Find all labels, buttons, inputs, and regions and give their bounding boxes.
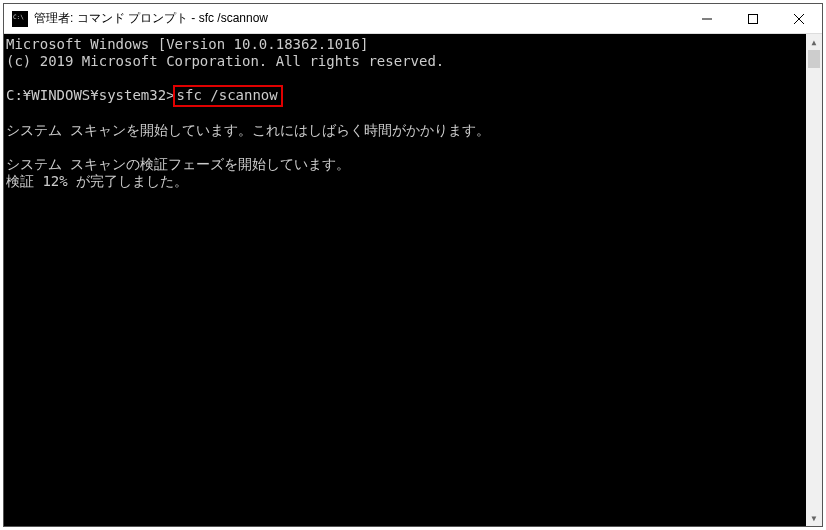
minimize-button[interactable] — [684, 4, 730, 33]
scroll-down-arrow[interactable]: ▼ — [806, 510, 822, 526]
scrollbar-thumb[interactable] — [808, 50, 820, 68]
vertical-scrollbar[interactable]: ▲ ▼ — [806, 34, 822, 526]
terminal-output[interactable]: Microsoft Windows [Version 10.0.18362.10… — [4, 34, 806, 526]
scroll-up-arrow[interactable]: ▲ — [806, 34, 822, 50]
prompt-text: C:¥WINDOWS¥system32> — [6, 87, 175, 103]
command-highlight: sfc /scannow — [173, 85, 283, 107]
titlebar[interactable]: 管理者: コマンド プロンプト - sfc /scannow — [4, 4, 822, 34]
window-controls — [684, 4, 822, 33]
terminal-area: Microsoft Windows [Version 10.0.18362.10… — [4, 34, 822, 526]
svg-rect-1 — [749, 14, 758, 23]
copyright-line: (c) 2019 Microsoft Corporation. All righ… — [6, 53, 444, 69]
cmd-icon — [12, 11, 28, 27]
close-button[interactable] — [776, 4, 822, 33]
window-title: 管理者: コマンド プロンプト - sfc /scannow — [34, 10, 684, 27]
verify-phase-line: システム スキャンの検証フェーズを開始しています。 — [6, 156, 350, 172]
version-line: Microsoft Windows [Version 10.0.18362.10… — [6, 36, 368, 52]
maximize-button[interactable] — [730, 4, 776, 33]
progress-line: 検証 12% が完了しました。 — [6, 173, 188, 189]
command-prompt-window: 管理者: コマンド プロンプト - sfc /scannow Microsoft… — [3, 3, 823, 527]
scan-start-line: システム スキャンを開始しています。これにはしばらく時間がかかります。 — [6, 122, 490, 138]
command-text: sfc /scannow — [177, 87, 278, 103]
